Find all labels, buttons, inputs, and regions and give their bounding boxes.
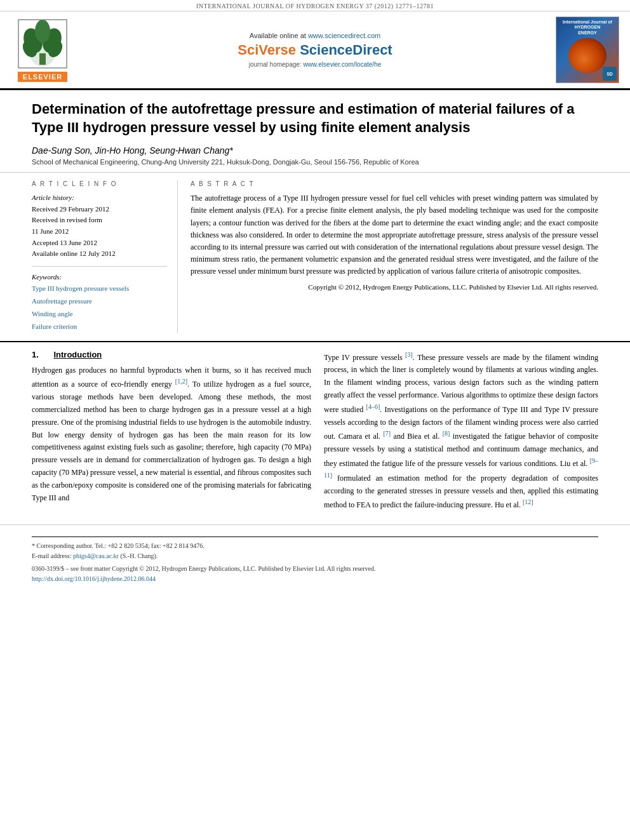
doi-url: http://dx.doi.org/10.1016/j.ijhydene.201… (32, 575, 156, 582)
ref-8: [8] (443, 430, 450, 437)
ref-4-6: [4–6] (366, 403, 380, 410)
received-revised-label: Received in revised form (32, 215, 167, 226)
ref-3: [3] (405, 351, 413, 358)
elsevier-tree-icon (17, 18, 68, 69)
intro-right-text: Type IV pressure vessels [3]. These pres… (324, 350, 598, 512)
available-online-text: Available online at www.sciencedirect.co… (250, 32, 380, 39)
intro-left-text: Hydrogen gas produces no harmful byprodu… (32, 364, 311, 505)
direct-text: ScienceDirect (300, 42, 392, 58)
keyword-3: Winding angle (32, 308, 167, 321)
keyword-1: Type III hydrogen pressure vessels (32, 283, 167, 295)
journal-cover-area: International Journal ofHYDROGENENERGY S… (553, 17, 622, 83)
footer-divider (32, 537, 598, 537)
sciencedirect-title: SciVerse ScienceDirect (238, 42, 392, 58)
keywords-list: Type III hydrogen pressure vessels Autof… (32, 283, 167, 333)
body-content: 1. Introduction Hydrogen gas produces no… (0, 342, 630, 520)
received-date: Received 29 February 2012 (32, 204, 167, 215)
history-label: Article history: (32, 192, 167, 204)
sciencedirect-url: www.sciencedirect.com (308, 32, 380, 39)
abstract-column: A B S T R A C T The autofrettage process… (178, 180, 598, 333)
keywords-label: Keywords: (32, 272, 167, 283)
elsevier-text: ELSEVIER (18, 72, 67, 82)
footnote-text: * Corresponding author. Tel.: +82 2 820 … (32, 541, 598, 561)
journal-header: ELSEVIER Available online at www.science… (0, 11, 630, 90)
journal-homepage: journal homepage: www.elsevier.com/locat… (249, 61, 381, 68)
introduction-heading: 1. Introduction (32, 350, 311, 359)
article-info-label: A R T I C L E I N F O (32, 180, 167, 187)
article-info-column: A R T I C L E I N F O Article history: R… (32, 180, 178, 333)
article-history: Article history: Received 29 February 20… (32, 192, 167, 260)
issn-text: 0360-3199/$ – see front matter Copyright… (32, 564, 598, 574)
section-title: Introduction (53, 350, 102, 359)
abstract-text: The autofrettage process of a Type III h… (191, 192, 598, 277)
copyright-text: Copyright © 2012, Hydrogen Energy Public… (191, 282, 598, 293)
section-number: 1. (32, 350, 39, 359)
email-link: phigs4@cau.ac.kr (73, 552, 119, 559)
ref-9-11: [9–11] (324, 457, 598, 479)
issn-line: 0360-3199/$ – see front matter Copyright… (32, 564, 598, 584)
header-center: Available online at www.sciencedirect.co… (84, 17, 546, 83)
journal-cover-image: International Journal ofHYDROGENENERGY S… (556, 17, 619, 83)
doi-link: http://dx.doi.org/10.1016/j.ijhydene.201… (32, 574, 598, 584)
ref-7: [7] (384, 430, 391, 437)
elsevier-logo: ELSEVIER (8, 17, 77, 83)
abstract-label: A B S T R A C T (191, 180, 598, 187)
journal-title-text: INTERNATIONAL JOURNAL OF HYDROGEN ENERGY… (196, 3, 434, 10)
journal-banner: INTERNATIONAL JOURNAL OF HYDROGEN ENERGY… (0, 0, 630, 11)
ref-12: [12] (523, 498, 533, 505)
cover-graphic (568, 38, 607, 73)
journal-url: www.elsevier.com/locate/he (303, 61, 381, 68)
available-online-date: Available online 12 July 2012 (32, 248, 167, 260)
corresponding-author-info: * Corresponding author. Tel.: +82 2 820 … (32, 541, 598, 551)
article-title-section: Determination of the autofrettage pressu… (0, 90, 630, 173)
ref-1-2: [1,2] (175, 378, 187, 385)
sd-logo-small: SD (603, 67, 617, 81)
footer-area: * Corresponding author. Tel.: +82 2 820 … (0, 524, 630, 587)
article-info-abstract: A R T I C L E I N F O Article history: R… (0, 173, 630, 342)
cover-journal-name: International Journal ofHYDROGENENERGY (563, 20, 612, 36)
article-authors: Dae-Sung Son, Jin-Ho Hong, Seung-Hwan Ch… (32, 145, 598, 156)
article-affiliation: School of Mechanical Engineering, Chung-… (32, 158, 598, 166)
body-left-column: 1. Introduction Hydrogen gas produces no… (32, 350, 311, 512)
history-group: Article history: Received 29 February 20… (32, 192, 167, 260)
keyword-2: Autofrettage pressure (32, 295, 167, 308)
sci-text: SciVerse (238, 42, 300, 58)
article-title: Determination of the autofrettage pressu… (32, 100, 598, 137)
keyword-4: Failure criterion (32, 321, 167, 333)
revised-date: 11 June 2012 (32, 226, 167, 237)
body-right-column: Type IV pressure vessels [3]. These pres… (324, 350, 598, 512)
keywords-section: Keywords: Type III hydrogen pressure ves… (32, 272, 167, 333)
divider (32, 266, 167, 267)
svg-point-4 (35, 20, 50, 43)
accepted-date: Accepted 13 June 2012 (32, 237, 167, 249)
email-info: E-mail address: phigs4@cau.ac.kr (S.-H. … (32, 551, 598, 561)
